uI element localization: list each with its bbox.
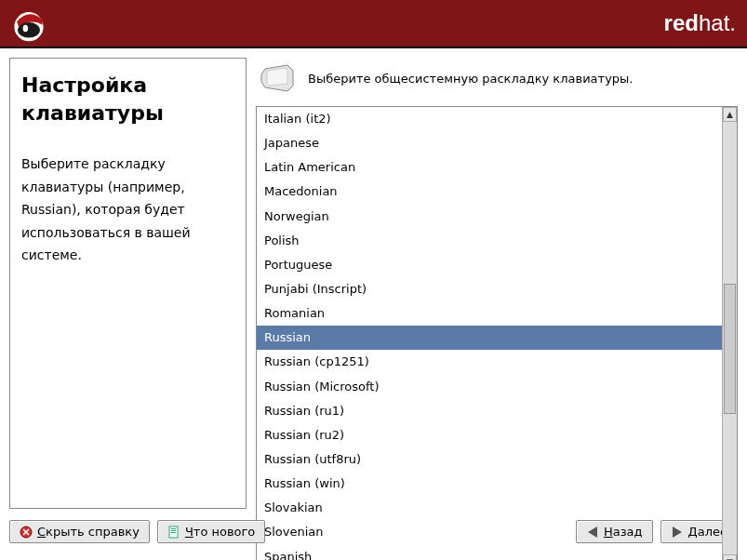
list-item[interactable]: Macedonian (257, 180, 722, 204)
help-body: Выберите раскладку клавиатуры (например,… (21, 153, 234, 267)
instruction-row: Выберите общесистемную раскладку клавиат… (256, 58, 738, 106)
list-item[interactable]: Russian (Microsoft) (257, 375, 722, 399)
help-panel: Настройка клавиатуры Выберите раскладку … (9, 58, 247, 509)
list-item[interactable]: Latin American (257, 155, 722, 180)
list-item[interactable]: Italian (it2) (257, 107, 722, 131)
whats-new-label: Что нового (185, 525, 255, 539)
scroll-down-button[interactable]: ▼ (723, 554, 737, 560)
list-item[interactable]: Polish (257, 229, 722, 253)
svg-rect-5 (171, 528, 176, 529)
arrow-left-icon (586, 526, 599, 539)
brand-text: redhat. (664, 10, 736, 36)
main-panel: Выберите общесистемную раскладку клавиат… (256, 58, 738, 509)
content-area: Настройка клавиатуры Выберите раскладку … (0, 48, 747, 514)
list-item[interactable]: Russian (cp1251) (257, 350, 722, 374)
list-item[interactable]: Spanish (257, 545, 722, 560)
redhat-logo (7, 3, 50, 44)
list-item[interactable]: Russian (257, 326, 722, 350)
scroll-thumb[interactable] (724, 284, 736, 414)
list-item[interactable]: Russian (utf8ru) (257, 447, 722, 472)
svg-point-2 (23, 25, 29, 32)
scrollbar[interactable]: ▲ ▼ (722, 107, 737, 560)
list-item[interactable]: Portuguese (257, 253, 722, 277)
list-item[interactable]: Russian (ru2) (257, 423, 722, 447)
list-item[interactable]: Russian (win) (257, 472, 722, 496)
scroll-up-button[interactable]: ▲ (723, 107, 737, 122)
back-label: Назад (604, 525, 643, 539)
header: redhat. (0, 0, 747, 47)
list-item[interactable]: Japanese (257, 131, 722, 155)
document-icon (167, 526, 180, 539)
svg-rect-6 (171, 530, 176, 531)
keyboard-layout-list: Italian (it2)JapaneseLatin AmericanMaced… (256, 106, 738, 560)
svg-point-1 (18, 22, 40, 37)
list-item[interactable]: Russian (ru1) (257, 399, 722, 423)
list-item[interactable]: Norwegian (257, 205, 722, 229)
list-viewport[interactable]: Italian (it2)JapaneseLatin AmericanMaced… (257, 107, 722, 560)
instruction-text: Выберите общесистемную раскладку клавиат… (308, 72, 633, 86)
help-title: Настройка клавиатуры (21, 72, 234, 127)
close-icon (20, 526, 33, 539)
arrow-right-icon (671, 526, 684, 539)
back-button[interactable]: Назад (576, 520, 653, 543)
hide-help-button[interactable]: Скрыть справку (9, 520, 150, 543)
whats-new-button[interactable]: Что нового (157, 520, 265, 543)
svg-rect-7 (171, 532, 176, 533)
hide-help-label: Скрыть справку (37, 525, 140, 539)
list-item[interactable]: Romanian (257, 301, 722, 326)
list-item[interactable]: Slovakian (257, 496, 722, 520)
list-item[interactable]: Punjabi (Inscript) (257, 277, 722, 301)
keyboard-key-icon (260, 63, 297, 93)
